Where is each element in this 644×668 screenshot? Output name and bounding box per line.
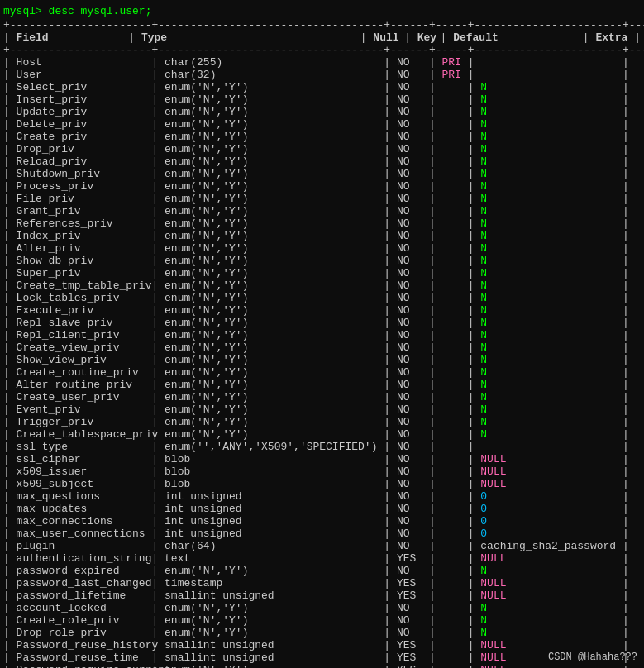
watermark: CSDN @Hahaha??? xyxy=(548,651,637,663)
table-row: | Process_priv | enum('N','Y') | NO | | … xyxy=(3,180,641,193)
table-row: | max_user_connections | int unsigned | … xyxy=(3,527,641,540)
table-row: | Select_priv | enum('N','Y') | NO | | N… xyxy=(3,81,641,93)
data-rows: | Host | char(255) | NO | PRI | | || Use… xyxy=(3,56,641,668)
table-container: +----------------------+----------------… xyxy=(0,19,644,668)
table-row: | Event_priv | enum('N','Y') | NO | | N … xyxy=(3,403,641,416)
table-row: | Drop_role_priv | enum('N','Y') | NO | … xyxy=(3,627,641,639)
table-row: | Shutdown_priv | enum('N','Y') | NO | |… xyxy=(3,168,641,180)
table-row: | Create_tmp_table_priv | enum('N','Y') … xyxy=(3,279,641,292)
divider-mid: +----------------------+----------------… xyxy=(3,44,641,56)
sep: | xyxy=(434,31,453,44)
sep: | xyxy=(3,31,17,44)
table-row: | Execute_priv | enum('N','Y') | NO | | … xyxy=(3,304,641,317)
table-row: | Lock_tables_priv | enum('N','Y') | NO … xyxy=(3,292,641,304)
table-row: | Password_reuse_time | smallint unsigne… xyxy=(3,651,641,664)
sep: | xyxy=(537,31,595,44)
table-row: | Create_priv | enum('N','Y') | NO | | N… xyxy=(3,131,641,143)
header-type: Type xyxy=(141,31,231,44)
table-row: | x509_subject | blob | NO | | NULL | | xyxy=(3,478,641,490)
prompt-line: mysql> desc mysql.user; xyxy=(0,3,644,19)
sep: | xyxy=(122,31,141,44)
table-row: | plugin | char(64) | NO | | caching_sha… xyxy=(3,540,641,552)
table-row: | Super_priv | enum('N','Y') | NO | | N … xyxy=(3,267,641,279)
table-row: | ssl_type | enum('','ANY','X509','SPECI… xyxy=(3,441,641,453)
table-row: | ssl_cipher | blob | NO | | NULL | | xyxy=(3,453,641,465)
table-row: | Reload_priv | enum('N','Y') | NO | | N… xyxy=(3,155,641,168)
table-row: | max_questions | int unsigned | NO | | … xyxy=(3,490,641,503)
table-row: | password_lifetime | smallint unsigned … xyxy=(3,589,641,602)
table-row: | Repl_client_priv | enum('N','Y') | NO … xyxy=(3,329,641,341)
sep: | xyxy=(398,31,417,44)
sep: | xyxy=(231,31,374,44)
table-row: | password_last_changed | timestamp | YE… xyxy=(3,577,641,589)
header-default: Default xyxy=(453,31,537,44)
table-row: | account_locked | enum('N','Y') | NO | … xyxy=(3,602,641,614)
table-row: | Host | char(255) | NO | PRI | | | xyxy=(3,56,641,69)
table-row: | Show_db_priv | enum('N','Y') | NO | | … xyxy=(3,255,641,267)
table-row: | User | char(32) | NO | PRI | | | xyxy=(3,69,641,81)
table-row: | Alter_priv | enum('N','Y') | NO | | N … xyxy=(3,242,641,255)
table-row: | Delete_priv | enum('N','Y') | NO | | N… xyxy=(3,118,641,131)
table-row: | Update_priv | enum('N','Y') | NO | | N… xyxy=(3,106,641,118)
header-null: Null xyxy=(373,31,398,44)
table-row: | max_connections | int unsigned | NO | … xyxy=(3,515,641,527)
table-row: | References_priv | enum('N','Y') | NO |… xyxy=(3,217,641,230)
header-field: Field xyxy=(17,31,122,44)
table-row: | File_priv | enum('N','Y') | NO | | N |… xyxy=(3,193,641,205)
table-row: | Index_priv | enum('N','Y') | NO | | N … xyxy=(3,230,641,242)
table-row: | password_expired | enum('N','Y') | NO … xyxy=(3,565,641,577)
sep: | xyxy=(627,31,641,44)
table-row: | x509_issuer | blob | NO | | NULL | | xyxy=(3,465,641,478)
table-row: | Create_role_priv | enum('N','Y') | NO … xyxy=(3,614,641,627)
table-row: | Repl_slave_priv | enum('N','Y') | NO |… xyxy=(3,317,641,329)
table-row: | Insert_priv | enum('N','Y') | NO | | N… xyxy=(3,93,641,106)
table-row: | Create_routine_priv | enum('N','Y') | … xyxy=(3,366,641,379)
header-row: | Field | Type | Null | Key | Default | … xyxy=(3,31,641,44)
table-row: | Show_view_priv | enum('N','Y') | NO | … xyxy=(3,354,641,366)
table-row: | max_updates | int unsigned | NO | | 0 … xyxy=(3,503,641,515)
table-row: | Password_reuse_history | smallint unsi… xyxy=(3,639,641,651)
table-row: | Drop_priv | enum('N','Y') | NO | | N |… xyxy=(3,143,641,155)
table-row: | authentication_string | text | YES | |… xyxy=(3,552,641,565)
terminal: mysql> desc mysql.user; +---------------… xyxy=(0,0,644,668)
table-row: | Alter_routine_priv | enum('N','Y') | N… xyxy=(3,379,641,391)
table-row: | Create_user_priv | enum('N','Y') | NO … xyxy=(3,391,641,403)
table-row: | Grant_priv | enum('N','Y') | NO | | N … xyxy=(3,205,641,217)
table-row: | Trigger_priv | enum('N','Y') | NO | | … xyxy=(3,416,641,428)
table-row: | Create_view_priv | enum('N','Y') | NO … xyxy=(3,341,641,354)
divider-top: +----------------------+----------------… xyxy=(3,19,641,31)
header-key: Key xyxy=(417,31,434,44)
header-extra: Extra xyxy=(595,31,627,44)
table-row: | Password_require_current | enum('N','Y… xyxy=(3,664,641,668)
table-row: | Create_tablespace_priv | enum('N','Y')… xyxy=(3,428,641,441)
